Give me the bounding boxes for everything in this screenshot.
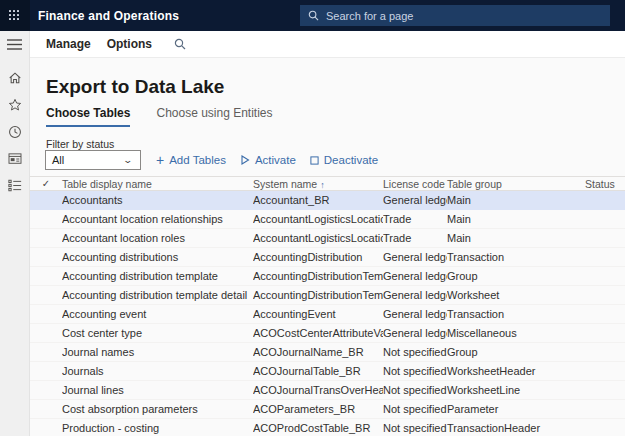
cell-system-name: ACOCostCenterAttributeValue_BR	[253, 327, 383, 339]
cell-display-name: Production - costing	[62, 422, 253, 434]
search-placeholder: Search for a page	[326, 10, 413, 22]
sort-ascending-icon: ↑	[320, 180, 325, 190]
table-row[interactable]: Production - costing ACOProdCostTable_BR…	[30, 419, 625, 436]
cell-system-name: ACOProdCostTable_BR	[253, 422, 383, 434]
cell-system-name: ACOJournalTransOverHead_BR	[253, 384, 383, 396]
cell-display-name: Accountant location relationships	[62, 213, 253, 225]
cell-license-code: Trade	[383, 232, 447, 244]
grid-header-row: ✓ Table display name System name↑ Licens…	[30, 176, 625, 191]
stop-square-icon	[310, 156, 319, 165]
cell-display-name: Cost absorption parameters	[62, 403, 253, 415]
table-row[interactable]: Accountant location relationships Accoun…	[30, 210, 625, 229]
app-launcher-button[interactable]	[0, 0, 30, 31]
cell-system-name: ACOJournalTable_BR	[253, 365, 383, 377]
cell-table-group: Worksheet	[447, 289, 585, 301]
activate-button[interactable]: Activate	[240, 154, 296, 166]
cell-system-name: AccountingDistributionTemplate	[253, 270, 383, 282]
cell-table-group: TransactionHeader	[447, 422, 585, 434]
table-row[interactable]: Cost center type ACOCostCenterAttributeV…	[30, 324, 625, 343]
table-row[interactable]: Accountant location roles AccountantLogi…	[30, 229, 625, 248]
cell-system-name: ACOJournalName_BR	[253, 346, 383, 358]
nav-workspaces-button[interactable]	[0, 145, 30, 172]
cell-system-name: AccountantLogisticsLocationRol...	[253, 232, 383, 244]
command-bar: +Add TablesActivateDeactivate	[142, 150, 378, 170]
cell-license-code: Trade	[383, 213, 447, 225]
nav-favorites-button[interactable]	[0, 91, 30, 118]
cell-display-name: Accounting event	[62, 308, 253, 320]
column-header-system-name[interactable]: System name↑	[253, 178, 383, 190]
cell-license-code: Not specified	[383, 403, 447, 415]
modules-list-icon	[8, 179, 22, 192]
chevron-down-icon: ⌄	[123, 155, 134, 165]
table-row[interactable]: Accounting event AccountingEvent General…	[30, 305, 625, 324]
favorites-star-icon	[8, 98, 22, 112]
column-header-license-code[interactable]: License code	[383, 178, 447, 190]
table-row[interactable]: Journal names ACOJournalName_BR Not spec…	[30, 343, 625, 362]
status-filter-dropdown[interactable]: All ⌄	[45, 150, 141, 170]
table-row[interactable]: Journal lines ACOJournalTransOverHead_BR…	[30, 381, 625, 400]
cell-table-group: Transaction	[447, 251, 585, 263]
search-icon	[308, 7, 319, 25]
cell-display-name: Accountants	[62, 194, 253, 206]
cell-table-group: WorksheetHeader	[447, 365, 585, 377]
cell-license-code: Not specified	[383, 365, 447, 377]
table-row[interactable]: Accounting distribution template Account…	[30, 267, 625, 286]
cell-table-group: Miscellaneous	[447, 327, 585, 339]
options-menu[interactable]: Options	[107, 37, 152, 51]
nav-recent-button[interactable]	[0, 118, 30, 145]
table-row[interactable]: Accounting distributions AccountingDistr…	[30, 248, 625, 267]
cell-table-group: Main	[447, 194, 585, 206]
waffle-icon	[9, 10, 21, 22]
home-icon	[8, 71, 22, 85]
column-header-table-group[interactable]: Table group	[447, 178, 585, 190]
workspaces-icon	[8, 153, 22, 165]
cell-license-code: General ledger	[383, 194, 447, 206]
cell-system-name: Accountant_BR	[253, 194, 383, 206]
cell-license-code: General ledger	[383, 308, 447, 320]
cell-display-name: Journal lines	[62, 384, 253, 396]
main-content: Export to Data Lake Choose TablesChoose …	[30, 58, 625, 436]
cell-system-name: AccountantLogisticsLocation_BR	[253, 213, 383, 225]
manage-menu[interactable]: Manage	[46, 37, 91, 51]
cell-display-name: Accountant location roles	[62, 232, 253, 244]
cell-license-code: General ledger	[383, 327, 447, 339]
nav-home-button[interactable]	[0, 64, 30, 91]
global-search-box[interactable]: Search for a page	[300, 5, 610, 26]
column-header-status[interactable]: Status	[585, 178, 625, 190]
table-row[interactable]: Cost absorption parameters ACOParameters…	[30, 400, 625, 419]
cell-table-group: Group	[447, 270, 585, 282]
cell-display-name: Accounting distribution template detail	[62, 289, 253, 301]
tab-choose-tables[interactable]: Choose Tables	[46, 106, 130, 127]
tab-choose-using-entities[interactable]: Choose using Entities	[156, 106, 272, 127]
page-search-button[interactable]	[174, 38, 186, 50]
cell-system-name: AccountingEvent	[253, 308, 383, 320]
cell-license-code: Not specified	[383, 346, 447, 358]
cell-table-group: Main	[447, 232, 585, 244]
cell-display-name: Accounting distributions	[62, 251, 253, 263]
cell-license-code: General ledger	[383, 289, 447, 301]
cell-table-group: Group	[447, 346, 585, 358]
cell-table-group: Parameter	[447, 403, 585, 415]
cell-license-code: Not specified	[383, 422, 447, 434]
deactivate-button[interactable]: Deactivate	[310, 154, 378, 166]
top-navigation-bar: Finance and Operations Search for a page	[0, 0, 625, 31]
action-pane: Manage Options	[30, 31, 625, 58]
plus-icon: +	[156, 153, 164, 167]
cell-license-code: General ledger	[383, 270, 447, 282]
left-navigation-rail	[0, 31, 30, 436]
tab-strip: Choose TablesChoose using Entities	[46, 106, 299, 127]
table-row[interactable]: Accounting distribution template detail …	[30, 286, 625, 305]
select-all-checkmark-icon[interactable]: ✓	[30, 178, 62, 189]
cell-display-name: Journal names	[62, 346, 253, 358]
add-tables-button[interactable]: +Add Tables	[156, 153, 226, 167]
page-title: Export to Data Lake	[46, 76, 224, 98]
column-header-display-name[interactable]: Table display name	[62, 178, 253, 190]
table-row[interactable]: Accountants Accountant_BR General ledger…	[30, 191, 625, 210]
cell-table-group: WorksheetLine	[447, 384, 585, 396]
nav-modules-button[interactable]	[0, 172, 30, 199]
table-row[interactable]: Journals ACOJournalTable_BR Not specifie…	[30, 362, 625, 381]
cell-table-group: Transaction	[447, 308, 585, 320]
cell-table-group: Main	[447, 213, 585, 225]
expand-nav-button[interactable]	[0, 31, 30, 58]
hamburger-icon	[7, 39, 22, 50]
